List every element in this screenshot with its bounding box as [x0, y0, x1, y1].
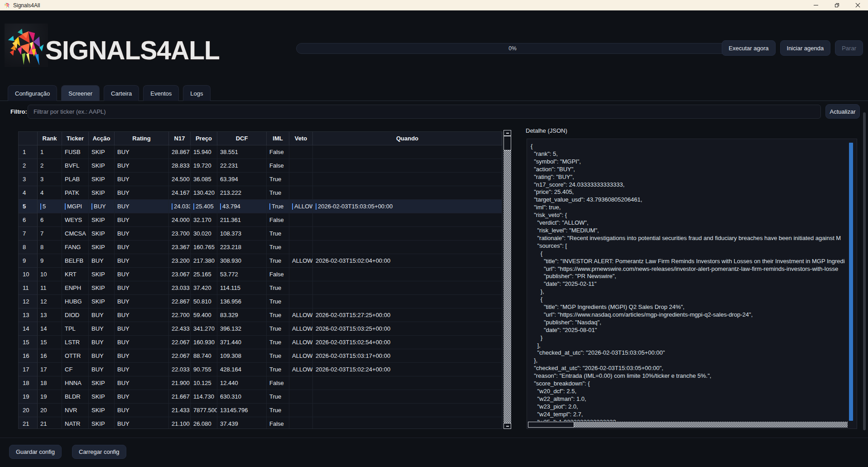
cell[interactable]: 32.170 [191, 213, 217, 227]
cell[interactable] [313, 295, 502, 308]
cell[interactable]: 223.218 [217, 241, 267, 254]
cell[interactable]: 88.740 [191, 349, 217, 363]
cell[interactable]: 12 [38, 295, 62, 308]
cell[interactable]: 630.310 [217, 390, 267, 404]
detail-vertical-scrollbar-thumb[interactable] [849, 143, 853, 421]
cell[interactable]: 114.730 [191, 390, 217, 404]
cell[interactable] [289, 227, 313, 241]
cell[interactable] [289, 390, 313, 404]
cell[interactable] [289, 295, 313, 308]
cell[interactable]: 308.930 [217, 254, 267, 268]
cell[interactable] [313, 390, 502, 404]
cell[interactable]: 90.755 [191, 363, 217, 376]
table-row[interactable]: 88FANGSKIPBUY23.367160.765223.218True [19, 241, 502, 254]
cell[interactable]: 15 [38, 336, 62, 349]
cell[interactable]: False [267, 268, 289, 281]
cell[interactable]: 83.329 [217, 308, 267, 322]
table-row[interactable]: 1616OTTRBUYBUY22.06788.740109.308TrueALL… [19, 349, 502, 363]
cell[interactable] [313, 404, 502, 417]
cell[interactable]: BUY [89, 336, 115, 349]
cell[interactable]: ALLOW [289, 322, 313, 336]
detail-horizontal-scrollbar-track[interactable] [574, 422, 848, 428]
detail-horizontal-scrollbar-thumb[interactable] [528, 422, 574, 428]
cell[interactable]: 22.033 [169, 363, 191, 376]
cell[interactable]: SKIP [89, 145, 115, 159]
cell[interactable] [313, 186, 502, 200]
cell[interactable] [289, 268, 313, 281]
cell[interactable]: False [267, 213, 289, 227]
cell[interactable]: SKIP [89, 159, 115, 173]
tab-eventos[interactable]: Eventos [143, 85, 179, 101]
cell[interactable]: 13145.796 [217, 404, 267, 417]
cell[interactable]: 19 [19, 390, 38, 404]
cell[interactable]: 13 [19, 308, 38, 322]
cell[interactable]: BUY [115, 241, 169, 254]
cell[interactable]: 50.810 [191, 295, 217, 308]
cell[interactable]: 22.067 [169, 336, 191, 349]
column-header-quando[interactable]: Quando [313, 132, 502, 145]
cell[interactable]: WEYS [62, 213, 89, 227]
cell[interactable]: BUY [115, 390, 169, 404]
cell[interactable]: 7 [19, 227, 38, 241]
table-scrollbar-thumb[interactable] [504, 136, 511, 150]
detail-json-panel[interactable]: { "rank": 5, "symbol": "MGPI", "action":… [527, 139, 857, 429]
cell[interactable]: 2 [19, 159, 38, 173]
cell[interactable]: 36.085 [191, 173, 217, 186]
column-header-rank[interactable]: Rank [38, 132, 62, 145]
cell[interactable]: 20 [19, 404, 38, 417]
cell[interactable]: 12 [19, 295, 38, 308]
cell[interactable]: 23.067 [169, 268, 191, 281]
cell[interactable]: 38.551 [217, 145, 267, 159]
iniciar-agenda-button[interactable]: Iniciar agenda [780, 40, 831, 56]
cell[interactable]: 25.165 [191, 268, 217, 281]
cell[interactable]: True [267, 281, 289, 295]
cell[interactable] [313, 241, 502, 254]
cell[interactable]: BUY [115, 213, 169, 227]
cell[interactable]: BUY [89, 254, 115, 268]
cell[interactable]: MGPI [62, 200, 89, 213]
cell[interactable]: SKIP [89, 376, 115, 390]
cell[interactable]: True [267, 390, 289, 404]
cell[interactable]: 28.833 [169, 159, 191, 173]
cell[interactable]: 37.420 [191, 281, 217, 295]
cell[interactable] [289, 241, 313, 254]
cell[interactable]: 211.361 [217, 213, 267, 227]
cell[interactable]: BUY [89, 363, 115, 376]
cell[interactable]: 1 [38, 145, 62, 159]
cell[interactable]: True [267, 336, 289, 349]
cell[interactable]: ALLOW [289, 363, 313, 376]
cell[interactable]: True [267, 404, 289, 417]
cell[interactable]: BUY [115, 376, 169, 390]
cell[interactable]: CMCSA [62, 227, 89, 241]
cell[interactable]: BUY [115, 281, 169, 295]
cell[interactable]: BUY [115, 200, 169, 213]
cell[interactable]: 5 [38, 200, 62, 213]
cell[interactable]: 16 [19, 349, 38, 363]
detail-horizontal-scrollbar[interactable] [528, 422, 848, 428]
cell[interactable]: 8 [38, 241, 62, 254]
cell[interactable]: False [267, 376, 289, 390]
cell[interactable]: 3 [19, 173, 38, 186]
cell[interactable]: True [267, 200, 289, 213]
guardar-config-button[interactable]: Guardar config [9, 445, 62, 459]
cell[interactable]: 26.080 [191, 417, 217, 429]
cell[interactable]: CF [62, 363, 89, 376]
cell[interactable]: BUY [115, 336, 169, 349]
table-row[interactable]: 1717CFBUYBUY22.03390.755428.164TrueALLOW… [19, 363, 502, 376]
cell[interactable] [289, 281, 313, 295]
cell[interactable]: SKIP [89, 404, 115, 417]
table-row[interactable]: 1111ENPHSKIPBUY23.03337.420114.115True [19, 281, 502, 295]
cell[interactable]: BUY [89, 322, 115, 336]
carregar-config-button[interactable]: Carregar config [72, 445, 126, 459]
cell[interactable] [313, 173, 502, 186]
cell[interactable]: 63.394 [217, 173, 267, 186]
cell[interactable]: SKIP [89, 227, 115, 241]
table-row[interactable]: 77CMCSASKIPBUY23.70030.020108.373True [19, 227, 502, 241]
cell[interactable]: 22.231 [217, 159, 267, 173]
cell[interactable] [313, 159, 502, 173]
cell[interactable]: SKIP [89, 268, 115, 281]
cell[interactable]: 130.420 [191, 186, 217, 200]
cell[interactable]: ALLOW [289, 349, 313, 363]
cell[interactable]: 13 [38, 308, 62, 322]
cell[interactable]: HUBG [62, 295, 89, 308]
